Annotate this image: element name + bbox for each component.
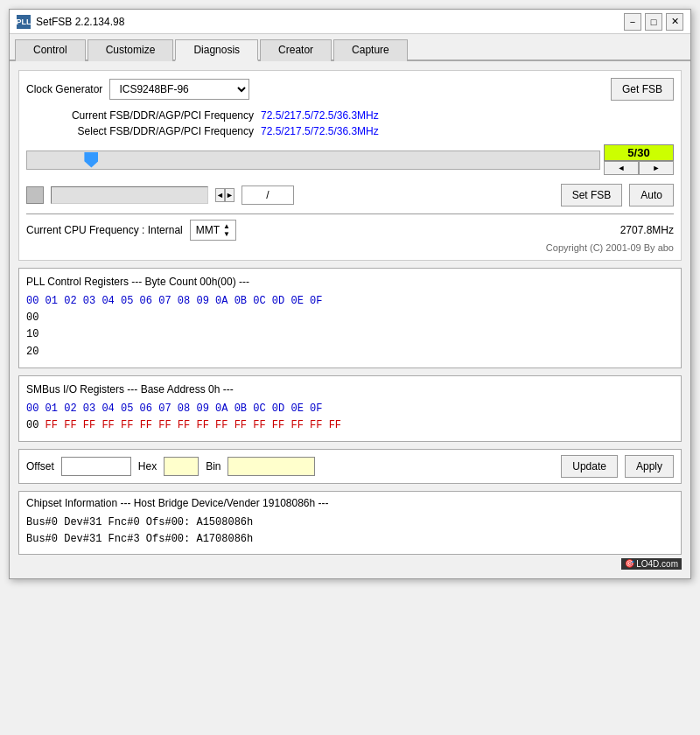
app-icon: PLL — [17, 15, 31, 29]
slider-right-controls: 5/30 ◄ ► — [604, 144, 674, 175]
bin-input[interactable] — [228, 457, 315, 476]
smbus-section: SMBus I/O Registers --- Base Address 0h … — [18, 375, 682, 442]
tab-capture[interactable]: Capture — [333, 39, 408, 61]
clock-gen-select[interactable]: ICS9248BF-96 — [109, 79, 249, 100]
pll-row-10: 10 — [26, 326, 674, 343]
watermark: 🎯 LO4D.com — [18, 558, 682, 570]
clock-gen-label: Clock Generator — [26, 83, 102, 95]
cpu-freq-row: Current CPU Frequency : Internal MMT ▲ ▼… — [26, 220, 674, 241]
window-title: SetFSB 2.2.134.98 — [36, 16, 124, 28]
pll-row-20: 20 — [26, 344, 674, 360]
tab-control[interactable]: Control — [15, 39, 86, 61]
secondary-right-btn[interactable]: ► — [225, 188, 234, 202]
mmt-down-arrow[interactable]: ▼ — [223, 230, 230, 238]
chipset-content: Bus#0 Dev#31 Fnc#0 Ofs#00: A1508086h Bus… — [26, 514, 674, 548]
offset-label: Offset — [26, 460, 54, 472]
lo4d-logo: 🎯 LO4D.com — [621, 558, 682, 570]
chipset-section: Chipset Information --- Host Bridge Devi… — [18, 491, 682, 554]
copyright-text: Copyright (C) 2001-09 By abo — [26, 242, 674, 253]
mmt-spinner[interactable]: ▲ ▼ — [223, 222, 230, 238]
slider-value: 5/30 — [604, 144, 674, 161]
secondary-value-display: / — [242, 186, 294, 205]
clock-gen-row: Clock Generator ICS9248BF-96 Get FSB — [26, 78, 674, 101]
main-slider-track[interactable] — [26, 150, 600, 170]
pll-section: PLL Control Registers --- Byte Count 00h… — [18, 268, 682, 368]
pll-title: PLL Control Registers --- Byte Count 00h… — [26, 276, 674, 288]
tab-bar: Control Customize Diagnosis Creator Capt… — [10, 34, 690, 61]
mmt-control: MMT ▲ ▼ — [190, 220, 236, 241]
main-window: PLL SetFSB 2.2.134.98 − □ ✕ Control Cust… — [9, 9, 691, 579]
secondary-left-btn[interactable]: ◄ — [215, 188, 225, 202]
title-bar: PLL SetFSB 2.2.134.98 − □ ✕ — [10, 10, 690, 34]
hex-input[interactable] — [164, 457, 199, 476]
slider-nav-buttons: ◄ ► — [604, 161, 674, 175]
content-area: Clock Generator ICS9248BF-96 Get FSB Cur… — [10, 61, 690, 578]
minimize-button[interactable]: − — [624, 13, 641, 31]
slider-right-btn[interactable]: ► — [639, 161, 674, 175]
cpu-freq-label: Current CPU Frequency : Internal — [26, 224, 183, 236]
select-freq-row: Select FSB/DDR/AGP/PCI Frequency 72.5/21… — [26, 125, 674, 137]
main-slider-thumb[interactable] — [84, 152, 98, 168]
offset-input[interactable] — [61, 457, 131, 476]
smbus-title: SMBus I/O Registers --- Base Address 0h … — [26, 383, 674, 396]
main-slider-area: 5/30 ◄ ► — [26, 144, 674, 175]
close-button[interactable]: ✕ — [666, 13, 683, 31]
title-controls: − □ ✕ — [624, 13, 683, 31]
update-button[interactable]: Update — [561, 455, 618, 478]
chipset-line-2: Bus#0 Dev#31 Fnc#3 Ofs#00: A1708086h — [26, 531, 674, 548]
select-freq-value: 72.5/217.5/72.5/36.3MHz — [261, 125, 379, 137]
tab-creator[interactable]: Creator — [260, 39, 332, 61]
secondary-slider-thumb[interactable] — [26, 186, 44, 204]
cpu-freq-value: 2707.8MHz — [620, 224, 674, 236]
maximize-button[interactable]: □ — [645, 13, 662, 31]
chipset-line-1: Bus#0 Dev#31 Fnc#0 Ofs#00: A1508086h — [26, 514, 674, 531]
tab-diagnosis[interactable]: Diagnosis — [175, 39, 258, 61]
bin-label: Bin — [206, 460, 220, 472]
secondary-slider-track[interactable] — [51, 186, 208, 204]
secondary-slider-row: ◄ ► / Set FSB Auto — [26, 184, 674, 206]
smbus-row-00: 00 FF FF FF FF FF FF FF FF FF FF FF FF F… — [26, 417, 674, 434]
top-section: Clock Generator ICS9248BF-96 Get FSB Cur… — [18, 70, 682, 261]
secondary-slider-thumb-area — [26, 186, 44, 204]
apply-button[interactable]: Apply — [625, 455, 674, 478]
secondary-slider-nav: ◄ ► — [215, 188, 234, 202]
mmt-up-arrow[interactable]: ▲ — [223, 222, 230, 230]
select-freq-label: Select FSB/DDR/AGP/PCI Frequency — [26, 125, 254, 137]
smbus-header: 00 01 02 03 04 05 06 07 08 09 0A 0B 0C 0… — [26, 401, 674, 417]
mmt-text: MMT — [196, 224, 220, 236]
set-fsb-button[interactable]: Set FSB — [561, 184, 623, 206]
get-fsb-button[interactable]: Get FSB — [611, 78, 674, 101]
hex-label: Hex — [138, 460, 157, 472]
current-freq-value: 72.5/217.5/72.5/36.3MHz — [261, 109, 379, 122]
slider-left-btn[interactable]: ◄ — [604, 161, 639, 175]
auto-button[interactable]: Auto — [629, 184, 674, 206]
chipset-title: Chipset Information --- Host Bridge Devi… — [26, 497, 674, 509]
tab-customize[interactable]: Customize — [88, 39, 174, 61]
offset-row: Offset Hex Bin Update Apply — [18, 449, 682, 484]
pll-header: 00 01 02 03 04 05 06 07 08 09 0A 0B 0C 0… — [26, 293, 674, 310]
current-freq-label: Current FSB/DDR/AGP/PCI Frequency — [26, 109, 254, 122]
current-freq-row: Current FSB/DDR/AGP/PCI Frequency 72.5/2… — [26, 109, 674, 122]
title-bar-left: PLL SetFSB 2.2.134.98 — [17, 15, 124, 29]
pll-row-00: 00 — [26, 310, 674, 326]
